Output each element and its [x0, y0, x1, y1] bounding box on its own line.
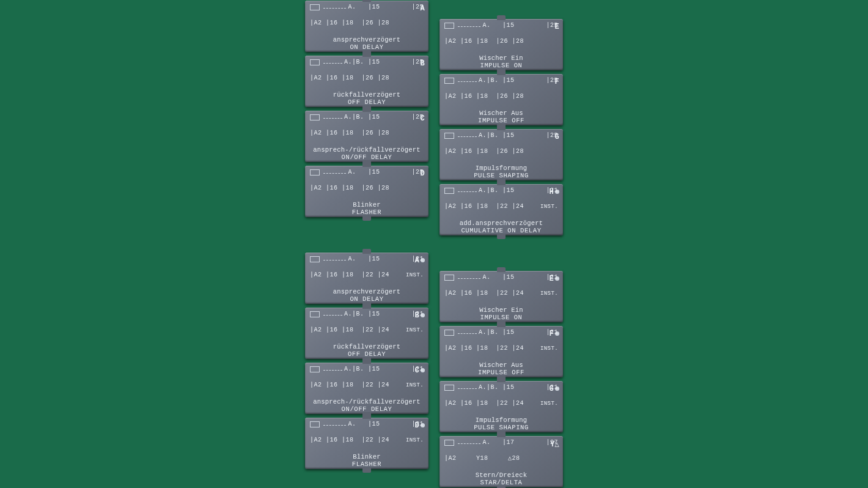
function-name-en: OFF DELAY [309, 350, 425, 358]
function-description: rückfallverzögertOFF DELAY [309, 91, 425, 106]
function-name-en: IMPULSE OFF [443, 369, 559, 376]
terminal-row-bottom: |A2 |16 |18 |22 |24 [310, 382, 389, 388]
timing-diagram: A. |15 |25|A2 |16 |18 |26 |28 [309, 3, 425, 26]
function-name-de: ansprechverzögert [309, 36, 425, 43]
function-name-de: Wischer Ein [443, 306, 559, 314]
terminal-row-bottom: |A2 |16 |18 |22 |24 [444, 204, 524, 210]
input-box-icon [444, 133, 454, 139]
terminal-row-bottom: |A2 |16 |18 |22 |24 [444, 401, 524, 407]
input-box-icon [444, 23, 454, 29]
terminal-row-top: A.|B. |15 |21 [344, 311, 424, 317]
label-sheet-cluster: AA. |15 |25|A2 |16 |18 |26 |28ansprechve… [305, 1, 563, 487]
terminal-row-bottom: |A2 |16 |18 |26 |28 [310, 75, 389, 81]
label-plate-B2: BA.|B. |15 |21|A2 |16 |18 |22 |24INST.rü… [305, 308, 428, 359]
function-description: Wischer AusIMPULSE OFF [443, 109, 559, 124]
function-name-de: Wischer Aus [443, 109, 559, 117]
terminal-row-bottom: |A2 |16 |18 |26 |28 [310, 185, 389, 191]
input-box-icon [444, 78, 454, 84]
inst-label: INST. [540, 346, 558, 352]
input-box-icon [444, 188, 454, 194]
label-plate-G: GA.|B. |15 |25|A2 |16 |18 |26 |28Impulsf… [440, 129, 563, 180]
terminal-row-bottom: |A2 |16 |18 |22 |24 [444, 346, 524, 352]
function-description: ansprech-/rückfallverzögertON/OFF DELAY [309, 146, 425, 161]
inst-label: INST. [406, 272, 424, 278]
label-plate-G2: GA.|B. |15 |21|A2 |16 |18 |22 |24INST.Im… [440, 381, 563, 432]
label-column-left: AA. |15 |21|A2 |16 |18 |22 |24INST.anspr… [305, 253, 428, 487]
terminal-row-top: A.|B. |15 |25 [344, 114, 424, 120]
function-description: rückfallverzögertOFF DELAY [309, 343, 425, 358]
function-name-en: IMPULSE ON [443, 62, 559, 69]
terminal-row-bottom: |A2 |16 |18 |26 |28 [444, 94, 524, 100]
terminal-row-bottom: |A2 Y18 △28 [444, 456, 520, 462]
label-plate-F: FA.|B. |15 |25|A2 |16 |18 |26 |28Wischer… [440, 74, 563, 125]
function-name-en: IMPULSE ON [443, 314, 559, 321]
label-column-right: EA. |15 |25|A2 |16 |18 |26 |28Wischer Ei… [440, 19, 563, 235]
function-name-en: ON/OFF DELAY [309, 153, 425, 161]
terminal-row-top: A.|B. |15 |21 [479, 385, 558, 391]
terminal-row-top: A.|B. |15 |25 [479, 78, 558, 84]
function-description: BlinkerFLASHER [309, 453, 425, 468]
function-description: ansprech-/rückfallverzögertON/OFF DELAY [309, 398, 425, 413]
function-name-de: Stern/Dreieck [443, 471, 559, 479]
function-name-en: STAR/DELTA [443, 479, 559, 486]
terminal-row-bottom: |A2 |16 |18 |26 |28 [310, 130, 389, 136]
function-name-en: FLASHER [309, 460, 425, 468]
inst-label: INST. [540, 290, 558, 297]
terminal-row-top: A. |15 |25 [348, 169, 424, 176]
terminal-row-top: A.|B. |15 |21 [479, 330, 558, 336]
timing-diagram: A. |15 |25|A2 |16 |18 |26 |28 [443, 21, 559, 45]
label-plate-E: EA. |15 |25|A2 |16 |18 |26 |28Wischer Ei… [440, 19, 563, 70]
terminal-row-bottom: |A2 |16 |18 |26 |28 [444, 39, 524, 45]
timing-diagram: A.|B. |15 |25|A2 |16 |18 |26 |28 [309, 58, 425, 81]
function-name-de: Wischer Ein [443, 54, 559, 62]
label-plate-C2: CA.|B. |15 |21|A2 |16 |18 |22 |24INST.an… [305, 363, 428, 414]
label-plate-E2: EA. |15 |21|A2 |16 |18 |22 |24INST.Wisch… [440, 271, 563, 322]
terminal-row-top: A. |15 |21 [482, 275, 558, 281]
terminal-row-top: A.|B. |15 |25 [344, 59, 424, 65]
input-box-icon [310, 421, 320, 427]
inst-label: INST. [406, 437, 424, 443]
timing-diagram: A.|B. |15 |21|A2 |16 |18 |22 |24INST. [443, 328, 559, 352]
timing-diagram: A.|B. |15 |21|A2 |16 |18 |22 |24INST. [309, 310, 425, 333]
function-description: Wischer EinIMPULSE ON [443, 306, 559, 321]
label-column-left: AA. |15 |25|A2 |16 |18 |26 |28ansprechve… [305, 1, 428, 235]
function-description: Wischer AusIMPULSE OFF [443, 361, 559, 376]
function-name-en: ON/OFF DELAY [309, 405, 425, 413]
timing-diagram: A. |15 |25|A2 |16 |18 |26 |28 [309, 168, 425, 191]
function-name-de: Wischer Aus [443, 361, 559, 369]
inst-label: INST. [540, 401, 558, 407]
terminal-row-bottom: |A2 |16 |18 |26 |28 [310, 20, 389, 26]
timing-diagram: A.|B. |15 |25|A2 |16 |18 |26 |28 [443, 76, 559, 100]
function-name-de: rückfallverzögert [309, 91, 425, 98]
input-box-icon [310, 59, 320, 65]
terminal-row-top: A.|B. |15 |21 [479, 188, 558, 194]
terminal-row-top: A. |15 |25 [348, 4, 424, 10]
terminal-row-top: A. |17 |27 [482, 440, 558, 446]
label-plate-YD: Y△A. |17 |27|A2 Y18 △28Stern/DreieckSTAR… [440, 436, 563, 487]
function-name-de: Impulsformung [443, 165, 559, 172]
function-name-en: PULSE SHAPING [443, 424, 559, 431]
input-box-icon [310, 256, 320, 262]
function-description: ImpulsformungPULSE SHAPING [443, 165, 559, 179]
label-plate-B: BA.|B. |15 |25|A2 |16 |18 |26 |28rückfal… [305, 56, 428, 107]
terminal-row-top: A.|B. |15 |21 [344, 366, 424, 372]
timing-diagram: A. |15 |21|A2 |16 |18 |22 |24INST. [443, 273, 559, 297]
input-box-icon [310, 114, 320, 120]
label-column-right: EA. |15 |21|A2 |16 |18 |22 |24INST.Wisch… [440, 271, 563, 487]
product-photo: AA. |15 |25|A2 |16 |18 |26 |28ansprechve… [0, 0, 868, 488]
function-description: Stern/DreieckSTAR/DELTA [443, 471, 559, 486]
function-description: ansprechverzögertON DELAY [309, 288, 425, 303]
input-box-icon [444, 330, 454, 336]
function-description: BlinkerFLASHER [309, 201, 425, 216]
function-name-de: ansprech-/rückfallverzögert [309, 398, 425, 405]
inst-label: INST. [540, 204, 558, 210]
input-box-icon [310, 311, 320, 317]
function-name-de: add.ansprechverzögert [443, 220, 559, 227]
function-name-en: PULSE SHAPING [443, 172, 559, 179]
function-name-en: CUMULATIVE ON DELAY [443, 227, 559, 234]
input-box-icon [310, 169, 320, 176]
terminal-row-top: A.|B. |15 |25 [479, 133, 558, 139]
terminal-row-bottom: |A2 |16 |18 |22 |24 [310, 272, 389, 278]
timing-diagram: A.|B. |15 |25|A2 |16 |18 |26 |28 [443, 131, 559, 155]
terminal-row-bottom: |A2 |16 |18 |26 |28 [444, 149, 524, 155]
